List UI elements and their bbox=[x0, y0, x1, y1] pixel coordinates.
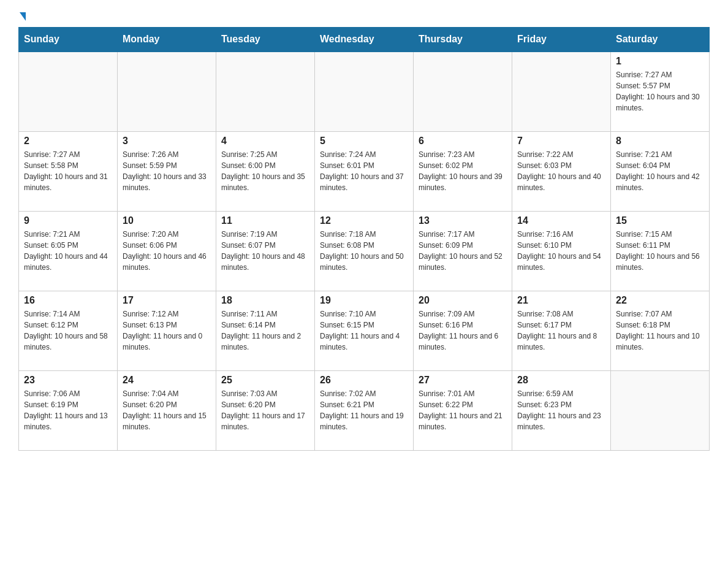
day-number: 17 bbox=[123, 295, 211, 306]
calendar-cell-week4-day2: 17Sunrise: 7:12 AMSunset: 6:13 PMDayligh… bbox=[118, 291, 216, 370]
day-info: Sunrise: 7:27 AMSunset: 5:58 PMDaylight:… bbox=[24, 149, 112, 193]
day-info: Sunrise: 7:07 AMSunset: 6:18 PMDaylight:… bbox=[616, 308, 704, 353]
day-number: 5 bbox=[320, 136, 408, 147]
weekday-header-sunday: Sunday bbox=[19, 28, 118, 52]
calendar-week-1: 1Sunrise: 7:27 AMSunset: 5:57 PMDaylight… bbox=[19, 52, 710, 131]
calendar-cell-week4-day3: 18Sunrise: 7:11 AMSunset: 6:14 PMDayligh… bbox=[216, 291, 315, 370]
day-info: Sunrise: 7:10 AMSunset: 6:15 PMDaylight:… bbox=[320, 308, 408, 353]
day-number: 1 bbox=[616, 56, 704, 67]
page-header bbox=[18, 12, 710, 21]
day-info: Sunrise: 7:16 AMSunset: 6:10 PMDaylight:… bbox=[517, 229, 605, 273]
day-number: 27 bbox=[419, 375, 507, 386]
calendar-cell-week5-day6: 28Sunrise: 6:59 AMSunset: 6:23 PMDayligh… bbox=[512, 370, 611, 450]
day-info: Sunrise: 7:04 AMSunset: 6:20 PMDaylight:… bbox=[123, 388, 211, 432]
day-info: Sunrise: 7:15 AMSunset: 6:11 PMDaylight:… bbox=[616, 229, 704, 273]
calendar-cell-week5-day4: 26Sunrise: 7:02 AMSunset: 6:21 PMDayligh… bbox=[315, 370, 414, 450]
calendar-cell-week2-day7: 8Sunrise: 7:21 AMSunset: 6:04 PMDaylight… bbox=[611, 131, 710, 211]
day-info: Sunrise: 7:02 AMSunset: 6:21 PMDaylight:… bbox=[320, 388, 408, 432]
calendar-week-2: 2Sunrise: 7:27 AMSunset: 5:58 PMDaylight… bbox=[19, 131, 710, 211]
day-number: 21 bbox=[517, 295, 605, 306]
logo bbox=[18, 12, 26, 21]
calendar-cell-week4-day7: 22Sunrise: 7:07 AMSunset: 6:18 PMDayligh… bbox=[611, 291, 710, 370]
day-number: 4 bbox=[221, 136, 309, 147]
day-info: Sunrise: 7:17 AMSunset: 6:09 PMDaylight:… bbox=[419, 229, 507, 273]
day-number: 25 bbox=[221, 375, 309, 386]
calendar-cell-week2-day4: 5Sunrise: 7:24 AMSunset: 6:01 PMDaylight… bbox=[315, 131, 414, 211]
calendar-cell-week3-day2: 10Sunrise: 7:20 AMSunset: 6:06 PMDayligh… bbox=[118, 211, 216, 291]
calendar-cell-week3-day4: 12Sunrise: 7:18 AMSunset: 6:08 PMDayligh… bbox=[315, 211, 414, 291]
day-info: Sunrise: 7:19 AMSunset: 6:07 PMDaylight:… bbox=[221, 229, 309, 273]
day-info: Sunrise: 7:08 AMSunset: 6:17 PMDaylight:… bbox=[517, 308, 605, 353]
weekday-header-thursday: Thursday bbox=[414, 28, 512, 52]
day-number: 19 bbox=[320, 295, 408, 306]
day-number: 13 bbox=[419, 215, 507, 226]
day-number: 26 bbox=[320, 375, 408, 386]
day-info: Sunrise: 7:01 AMSunset: 6:22 PMDaylight:… bbox=[419, 388, 507, 432]
calendar-week-4: 16Sunrise: 7:14 AMSunset: 6:12 PMDayligh… bbox=[19, 291, 710, 370]
calendar-cell-week1-day3 bbox=[216, 52, 315, 131]
day-info: Sunrise: 7:14 AMSunset: 6:12 PMDaylight:… bbox=[24, 308, 112, 353]
day-info: Sunrise: 7:21 AMSunset: 6:04 PMDaylight:… bbox=[616, 149, 704, 193]
weekday-header-friday: Friday bbox=[512, 28, 611, 52]
calendar-cell-week3-day5: 13Sunrise: 7:17 AMSunset: 6:09 PMDayligh… bbox=[414, 211, 512, 291]
day-number: 14 bbox=[517, 215, 605, 226]
day-number: 6 bbox=[419, 136, 507, 147]
calendar-cell-week2-day6: 7Sunrise: 7:22 AMSunset: 6:03 PMDaylight… bbox=[512, 131, 611, 211]
day-info: Sunrise: 7:18 AMSunset: 6:08 PMDaylight:… bbox=[320, 229, 408, 273]
day-info: Sunrise: 6:59 AMSunset: 6:23 PMDaylight:… bbox=[517, 388, 605, 432]
day-number: 16 bbox=[24, 295, 112, 306]
day-number: 22 bbox=[616, 295, 704, 306]
day-number: 11 bbox=[221, 215, 309, 226]
day-info: Sunrise: 7:27 AMSunset: 5:57 PMDaylight:… bbox=[616, 69, 704, 113]
weekday-header-monday: Monday bbox=[118, 28, 216, 52]
calendar-cell-week1-day7: 1Sunrise: 7:27 AMSunset: 5:57 PMDaylight… bbox=[611, 52, 710, 131]
calendar-cell-week3-day6: 14Sunrise: 7:16 AMSunset: 6:10 PMDayligh… bbox=[512, 211, 611, 291]
day-info: Sunrise: 7:22 AMSunset: 6:03 PMDaylight:… bbox=[517, 149, 605, 193]
calendar-cell-week2-day2: 3Sunrise: 7:26 AMSunset: 5:59 PMDaylight… bbox=[118, 131, 216, 211]
calendar-cell-week2-day3: 4Sunrise: 7:25 AMSunset: 6:00 PMDaylight… bbox=[216, 131, 315, 211]
day-info: Sunrise: 7:20 AMSunset: 6:06 PMDaylight:… bbox=[123, 229, 211, 273]
calendar-cell-week3-day1: 9Sunrise: 7:21 AMSunset: 6:05 PMDaylight… bbox=[19, 211, 118, 291]
calendar-cell-week5-day5: 27Sunrise: 7:01 AMSunset: 6:22 PMDayligh… bbox=[414, 370, 512, 450]
logo-triangle-icon bbox=[20, 12, 26, 21]
day-info: Sunrise: 7:21 AMSunset: 6:05 PMDaylight:… bbox=[24, 229, 112, 273]
day-info: Sunrise: 7:06 AMSunset: 6:19 PMDaylight:… bbox=[24, 388, 112, 432]
calendar-cell-week5-day1: 23Sunrise: 7:06 AMSunset: 6:19 PMDayligh… bbox=[19, 370, 118, 450]
day-number: 10 bbox=[123, 215, 211, 226]
day-info: Sunrise: 7:25 AMSunset: 6:00 PMDaylight:… bbox=[221, 149, 309, 193]
day-number: 9 bbox=[24, 215, 112, 226]
day-info: Sunrise: 7:09 AMSunset: 6:16 PMDaylight:… bbox=[419, 308, 507, 353]
day-number: 8 bbox=[616, 136, 704, 147]
day-number: 23 bbox=[24, 375, 112, 386]
day-number: 12 bbox=[320, 215, 408, 226]
calendar-cell-week4-day4: 19Sunrise: 7:10 AMSunset: 6:15 PMDayligh… bbox=[315, 291, 414, 370]
day-info: Sunrise: 7:12 AMSunset: 6:13 PMDaylight:… bbox=[123, 308, 211, 353]
day-info: Sunrise: 7:03 AMSunset: 6:20 PMDaylight:… bbox=[221, 388, 309, 432]
day-info: Sunrise: 7:23 AMSunset: 6:02 PMDaylight:… bbox=[419, 149, 507, 193]
calendar-cell-week4-day6: 21Sunrise: 7:08 AMSunset: 6:17 PMDayligh… bbox=[512, 291, 611, 370]
calendar-cell-week1-day1 bbox=[19, 52, 118, 131]
calendar-cell-week1-day5 bbox=[414, 52, 512, 131]
calendar-cell-week4-day1: 16Sunrise: 7:14 AMSunset: 6:12 PMDayligh… bbox=[19, 291, 118, 370]
day-info: Sunrise: 7:11 AMSunset: 6:14 PMDaylight:… bbox=[221, 308, 309, 353]
weekday-header-saturday: Saturday bbox=[611, 28, 710, 52]
calendar-cell-week5-day7 bbox=[611, 370, 710, 450]
day-number: 24 bbox=[123, 375, 211, 386]
calendar-cell-week5-day3: 25Sunrise: 7:03 AMSunset: 6:20 PMDayligh… bbox=[216, 370, 315, 450]
calendar-cell-week3-day3: 11Sunrise: 7:19 AMSunset: 6:07 PMDayligh… bbox=[216, 211, 315, 291]
day-number: 20 bbox=[419, 295, 507, 306]
calendar-table: SundayMondayTuesdayWednesdayThursdayFrid… bbox=[18, 27, 710, 451]
calendar-header-row: SundayMondayTuesdayWednesdayThursdayFrid… bbox=[19, 28, 710, 52]
calendar-week-5: 23Sunrise: 7:06 AMSunset: 6:19 PMDayligh… bbox=[19, 370, 710, 450]
day-number: 7 bbox=[517, 136, 605, 147]
calendar-cell-week1-day6 bbox=[512, 52, 611, 131]
calendar-cell-week2-day1: 2Sunrise: 7:27 AMSunset: 5:58 PMDaylight… bbox=[19, 131, 118, 211]
day-info: Sunrise: 7:26 AMSunset: 5:59 PMDaylight:… bbox=[123, 149, 211, 193]
day-info: Sunrise: 7:24 AMSunset: 6:01 PMDaylight:… bbox=[320, 149, 408, 193]
day-number: 15 bbox=[616, 215, 704, 226]
weekday-header-wednesday: Wednesday bbox=[315, 28, 414, 52]
calendar-cell-week2-day5: 6Sunrise: 7:23 AMSunset: 6:02 PMDaylight… bbox=[414, 131, 512, 211]
calendar-week-3: 9Sunrise: 7:21 AMSunset: 6:05 PMDaylight… bbox=[19, 211, 710, 291]
day-number: 3 bbox=[123, 136, 211, 147]
calendar-cell-week4-day5: 20Sunrise: 7:09 AMSunset: 6:16 PMDayligh… bbox=[414, 291, 512, 370]
